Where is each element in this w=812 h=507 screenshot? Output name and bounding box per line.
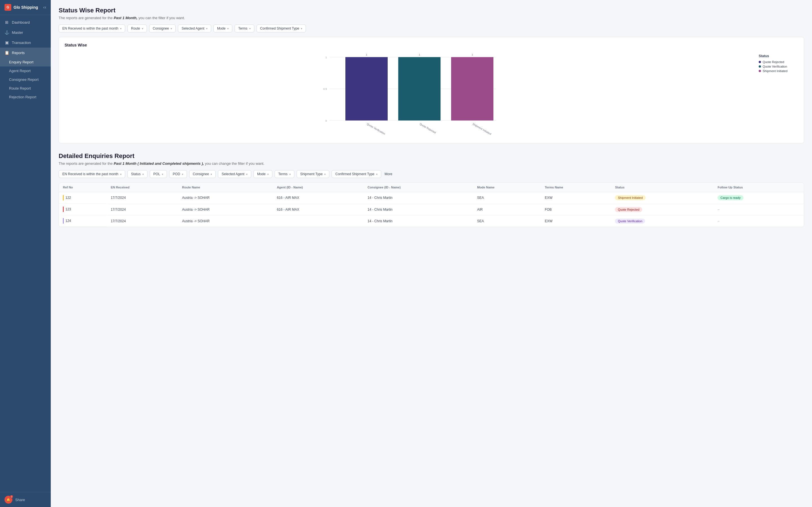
cell-terms: EXW	[541, 192, 611, 204]
filter2-mode[interactable]: Mode ▾	[253, 170, 272, 178]
filter-terms[interactable]: Terms ▾	[235, 24, 254, 33]
cell-agent: 616 - AIR MAX	[273, 204, 364, 215]
cell-terms: FOB	[541, 204, 611, 215]
transaction-icon: ▣	[4, 40, 9, 45]
legend-item-shipment: Shipment Initiated	[759, 69, 798, 73]
cell-agent	[273, 215, 364, 227]
filter2-status[interactable]: Status ▾	[128, 170, 147, 178]
rejection-report-label: Rejection Report	[9, 95, 36, 99]
legend-item-verification: Quote Verification	[759, 65, 798, 68]
chevron-down-icon: ▾	[249, 27, 251, 30]
detailed-filter-bar: EN Received is within the past month ▾ S…	[59, 170, 804, 178]
filter2-terms[interactable]: Terms ▾	[274, 170, 294, 178]
chevron-down-icon: ▾	[142, 27, 143, 30]
row-indicator-bar	[63, 218, 64, 224]
more-filters-button[interactable]: More	[384, 170, 393, 178]
legend-label-rejected: Quote Rejected	[763, 60, 784, 64]
enquiry-report-label: Enquiry Report	[9, 60, 34, 64]
table-row: 123 17/7/2024 Austria -> SOHAR 616 - AIR…	[59, 204, 804, 215]
cell-status: Quote Verification	[611, 215, 714, 227]
consignee-report-label: Consignee Report	[9, 77, 39, 82]
svg-text:1: 1	[471, 53, 473, 56]
notification-bell[interactable]: 🔔 1	[4, 496, 12, 504]
filter-en-received[interactable]: EN Received is within the past month ▾	[59, 24, 125, 33]
col-follow-up: Follow Up Status	[714, 183, 804, 192]
reports-icon: 📋	[4, 50, 9, 55]
chart-title: Status Wise	[64, 43, 798, 47]
sidebar-item-label: Transaction	[12, 41, 31, 45]
sidebar-sub-item-route-report[interactable]: Route Report	[0, 84, 51, 93]
main-content: Status Wise Report The reports are gener…	[51, 0, 812, 507]
cell-consignee: 14 - Chris Martin	[364, 192, 473, 204]
cell-route-name: Austria -> SOHAR	[178, 215, 273, 227]
cell-follow-up: Cargo is ready	[714, 192, 804, 204]
ref-no-value: 122	[65, 196, 71, 200]
cell-ref-no: 124	[59, 215, 107, 227]
legend-label-verification: Quote Verification	[763, 65, 787, 68]
filter-selected-agent[interactable]: Selected Agent ▾	[178, 24, 211, 33]
sidebar: G Glo Shipping ‹‹ ⊞ Dashboard ⚓ Master ▣…	[0, 0, 51, 507]
route-report-label: Route Report	[9, 86, 31, 91]
filter2-consignee[interactable]: Consignee ▾	[189, 170, 216, 178]
chevron-down-icon: ▾	[120, 173, 121, 176]
chart-legend: Status Quote Rejected Quote Verification…	[759, 52, 798, 74]
status-report-title: Status Wise Report	[59, 7, 804, 14]
sidebar-item-dashboard[interactable]: ⊞ Dashboard	[0, 17, 51, 27]
status-badge: Quote Rejected	[615, 207, 642, 212]
sidebar-nav: ⊞ Dashboard ⚓ Master ▣ Transaction 📋 Rep…	[0, 15, 51, 492]
notification-badge: 1	[10, 495, 13, 498]
filter-consignee[interactable]: Consignee ▾	[149, 24, 175, 33]
sidebar-item-reports[interactable]: 📋 Reports	[0, 48, 51, 58]
filter-route[interactable]: Route ▾	[128, 24, 147, 33]
chevron-down-icon: ▾	[267, 173, 269, 176]
col-consignee: Consignee (ID - Name)	[364, 183, 473, 192]
legend-dot-verification	[759, 65, 761, 68]
share-button[interactable]: Share	[15, 498, 25, 502]
cell-mode: AIR	[473, 204, 541, 215]
col-status: Status	[611, 183, 714, 192]
sidebar-sub-item-agent-report[interactable]: Agent Report	[0, 66, 51, 75]
filter2-pod[interactable]: POD ▾	[169, 170, 187, 178]
sidebar-item-transaction[interactable]: ▣ Transaction	[0, 38, 51, 48]
sidebar-toggle-icon[interactable]: ‹‹	[43, 5, 46, 10]
filter2-selected-agent[interactable]: Selected Agent ▾	[218, 170, 251, 178]
x-label-1: Quote Verification	[366, 122, 386, 135]
filter2-pol[interactable]: POL ▾	[150, 170, 167, 178]
cell-mode: SEA	[473, 215, 541, 227]
filter2-shipment-type[interactable]: Shipment Type ▾	[297, 170, 329, 178]
row-indicator-bar	[63, 207, 64, 212]
sidebar-sub-item-consignee-report[interactable]: Consignee Report	[0, 75, 51, 84]
x-label-2: Quote Rejected	[419, 122, 437, 134]
filter-mode[interactable]: Mode ▾	[213, 24, 232, 33]
app-logo: G	[4, 4, 11, 11]
table-row: 124 17/7/2024 Austria -> SOHAR 14 - Chri…	[59, 215, 804, 227]
follow-up-value: –	[718, 208, 719, 212]
detailed-report-title: Detailed Enquiries Report	[59, 152, 804, 160]
status-badge: Quote Verification	[615, 219, 645, 224]
filter-confirmed-shipment-type[interactable]: Confirmed Shipment Type ▾	[257, 24, 306, 33]
chevron-down-icon: ▾	[246, 173, 248, 176]
chevron-down-icon: ▾	[289, 173, 291, 176]
chevron-down-icon: ▾	[142, 173, 144, 176]
svg-text:1: 1	[325, 56, 327, 59]
chevron-down-icon: ▾	[120, 27, 121, 30]
cell-route-name: Austria -> SOHAR	[178, 204, 273, 215]
sidebar-item-label: Master	[12, 31, 23, 35]
filter2-en-received[interactable]: EN Received is within the past month ▾	[59, 170, 125, 178]
col-ref-no: Ref No	[59, 183, 107, 192]
col-terms: Terms Name	[541, 183, 611, 192]
sidebar-sub-item-rejection-report[interactable]: Rejection Report	[0, 93, 51, 101]
svg-text:1: 1	[419, 53, 420, 56]
x-label-3: Shipment Initiated	[472, 122, 492, 135]
cell-follow-up: –	[714, 215, 804, 227]
table-body: 122 17/7/2024 Austria -> SOHAR 616 - AIR…	[59, 192, 804, 227]
cell-consignee: 14 - Chris Martin	[364, 204, 473, 215]
sidebar-footer: 🔔 1 Share	[0, 492, 51, 507]
sidebar-item-master[interactable]: ⚓ Master	[0, 27, 51, 38]
chevron-down-icon: ▾	[162, 173, 163, 176]
cell-follow-up: –	[714, 204, 804, 215]
chevron-down-icon: ▾	[376, 173, 377, 176]
status-filter-bar: EN Received is within the past month ▾ R…	[59, 24, 804, 33]
sidebar-sub-item-enquiry-report[interactable]: Enquiry Report	[0, 58, 51, 66]
filter2-confirmed-shipment-type[interactable]: Confirmed Shipment Type ▾	[332, 170, 381, 178]
